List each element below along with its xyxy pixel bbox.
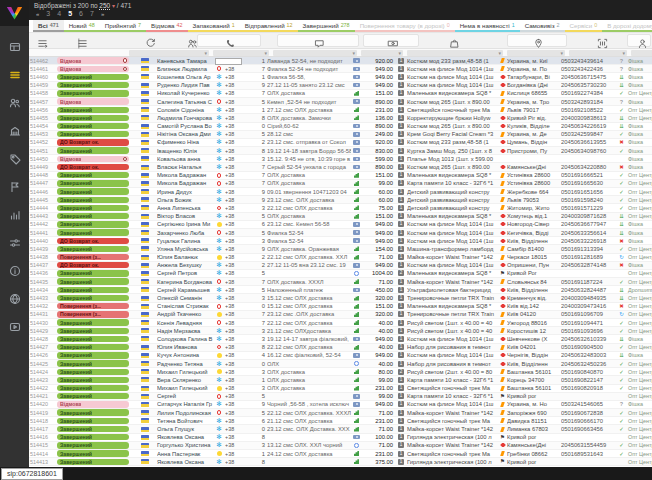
- phone-number: +38: [225, 98, 255, 106]
- table-row[interactable]: 514413 Завершений Яковлева Оксана +38 8 …: [29, 458, 652, 466]
- filter-row: ▾ ▾ ▾ ▾ ▾ ▾ ▾ ▾: [29, 49, 652, 57]
- address-cell: Корець 34700: [507, 376, 561, 384]
- manager-filter[interactable]: ▾: [631, 50, 652, 56]
- status-label: Відмова: [60, 156, 81, 162]
- order-total: 100.00: [362, 433, 395, 441]
- address-cell: Чернігів, Віддін: [507, 351, 561, 359]
- status-tab[interactable]: Всі 471: [33, 20, 64, 32]
- tracking-status-icon: ✖: [617, 138, 626, 146]
- status-label: Завершений: [60, 90, 92, 96]
- sidebar-item-reports[interactable]: [6, 208, 24, 222]
- first-page-button[interactable]: «: [36, 11, 39, 17]
- app-logo[interactable]: [0, 0, 29, 26]
- price-filter[interactable]: ▾: [361, 50, 403, 56]
- client-name: Соломія Сідоніна: [157, 106, 213, 114]
- quantity-icon: 1: [398, 451, 404, 457]
- sidebar-item-orders[interactable]: [6, 68, 24, 82]
- order-total: 136.00: [362, 114, 395, 122]
- source-cell: Фішка: [626, 98, 652, 106]
- sidebar-item-dashboard[interactable]: [6, 40, 24, 54]
- address-cell: Устинівка 28600: [507, 179, 561, 187]
- name-filter[interactable]: ▾: [129, 50, 209, 56]
- page-button[interactable]: 6: [79, 10, 83, 17]
- status-tab[interactable]: Самовивіз 2: [520, 20, 565, 32]
- carrier-icon: [217, 369, 222, 374]
- video-icon: [9, 321, 21, 333]
- phone-number: +38: [225, 278, 255, 286]
- product-cell: Рисуй светом (1шт. х 40.00 = 40: [407, 319, 498, 327]
- page-button[interactable]: 3: [46, 10, 50, 17]
- address-cell: Кислиця 68655: [507, 89, 561, 97]
- sidebar-item-campaigns[interactable]: [6, 180, 24, 194]
- address-cell: Украина, м. Киї: [507, 57, 561, 65]
- status-tab[interactable]: Відправлений 12: [240, 20, 298, 32]
- page-button[interactable]: 5: [68, 10, 72, 17]
- status-tab[interactable]: Завершений 278: [298, 20, 355, 32]
- address-cell: Самбір 81400: [507, 245, 561, 253]
- page-size-select[interactable]: 250: [99, 2, 110, 9]
- comment-cell: 21.12 смс ОЛХдоставка: [267, 327, 351, 335]
- status-badge: Повернення (з...: [57, 254, 129, 260]
- sidebar-item-products[interactable]: [6, 152, 24, 166]
- address-filter[interactable]: ▾: [507, 50, 565, 56]
- phone-number: +38: [225, 114, 255, 122]
- ukraine-flag-icon: [141, 418, 149, 423]
- tracking-filter[interactable]: ▾: [569, 50, 627, 56]
- sidebar-item-integrations[interactable]: [6, 292, 24, 306]
- client-name: Анжела Безушку: [157, 261, 213, 269]
- source-cell: Опт Центр: [626, 368, 652, 376]
- tracking-status-icon: ?: [617, 65, 626, 73]
- quantity-icon: 1: [398, 336, 404, 342]
- sidebar-item-settings[interactable]: [6, 236, 24, 250]
- status-tab[interactable]: Новий 48: [64, 20, 100, 32]
- status-label: Завершений: [60, 123, 92, 129]
- tracking-status-icon: ✓: [617, 89, 626, 97]
- status-tab[interactable]: Прийнятий 7: [100, 20, 146, 32]
- call-count: 7: [255, 310, 267, 318]
- source-cell: Фішка: [626, 138, 652, 146]
- page-button[interactable]: 4: [57, 10, 61, 17]
- sidebar-item-info[interactable]: [6, 264, 24, 278]
- client-name: Салегина Татьяна С: [157, 98, 213, 106]
- payment-icon: [354, 246, 360, 251]
- last-page-button[interactable]: »: [101, 11, 104, 17]
- status-tab[interactable]: Сервіси 0: [565, 20, 603, 32]
- sidebar-item-clients[interactable]: [6, 96, 24, 110]
- source-cell: Опт Центр: [626, 171, 652, 179]
- status-tab[interactable]: Нема в наявності 1: [455, 20, 520, 32]
- address-cell: Кегичівка, Відді: [507, 229, 561, 237]
- tracking-status-icon: ✖: [617, 163, 626, 171]
- inline-edit-input[interactable]: [215, 58, 242, 65]
- order-id: 514421: [29, 392, 57, 400]
- product-cell: Куртка Замш Мод. 250 (1шт. х 8: [407, 147, 498, 155]
- order-id: 514451: [29, 147, 57, 155]
- order-id: 514437: [29, 261, 57, 269]
- call-count: 3: [255, 368, 267, 376]
- status-tab[interactable]: Запакований 1: [188, 20, 240, 32]
- ukraine-flag-icon: [141, 197, 149, 202]
- sidebar-item-companies[interactable]: [6, 124, 24, 138]
- shipping-icon: [500, 107, 504, 112]
- quantity-icon: 1: [398, 344, 404, 350]
- address-cell: Украина, м. Де: [507, 130, 561, 138]
- comment-cell: 15.12 смс ОЛХ доставка: [267, 294, 351, 302]
- status-tab[interactable]: Повернення товару (в дорозі) 0: [355, 20, 455, 32]
- page-button[interactable]: 7: [90, 10, 94, 17]
- status-tab[interactable]: В дорозі додому 0: [602, 20, 652, 32]
- status-label: Завершений: [60, 131, 92, 137]
- ukraine-flag-icon: [141, 459, 149, 464]
- client-name: Горгулько Христина: [157, 441, 213, 449]
- shipping-icon: ⚑: [500, 393, 505, 400]
- address-cell: Кривой рог: [507, 392, 561, 400]
- tracking-number: 20450631554459: [561, 441, 617, 449]
- payment-icon: [353, 402, 360, 407]
- sidebar-item-video[interactable]: [6, 320, 24, 334]
- status-tab[interactable]: Відмова 42: [146, 20, 187, 32]
- comment-filter[interactable]: ▾: [273, 50, 357, 56]
- product-cell: Корректирующие брюки Hollyw: [407, 114, 498, 122]
- carrier-icon: [216, 327, 221, 335]
- order-total: 231.00: [362, 384, 395, 392]
- product-filter[interactable]: ▾: [407, 50, 503, 56]
- phone-filter[interactable]: ▾: [213, 50, 269, 56]
- order-total: 231.00: [362, 106, 395, 114]
